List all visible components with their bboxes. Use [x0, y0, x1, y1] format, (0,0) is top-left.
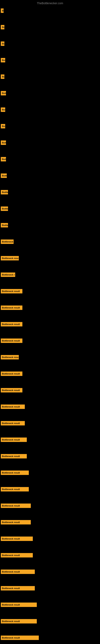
list-item: Bottleneck result	[0, 305, 23, 311]
list-item: Bottleneck resu	[0, 354, 19, 360]
list-item: Bo	[0, 74, 5, 80]
bottleneck-result-badge: Bott	[1, 157, 6, 162]
bottleneck-result-badge: Bottleneck result	[1, 289, 22, 294]
list-item: B	[0, 8, 4, 14]
bottleneck-result-badge: Bottleneck result	[1, 421, 25, 426]
list-item: Bottleneck result	[0, 536, 33, 542]
bottleneck-result-badge: Bott	[1, 91, 6, 96]
bottleneck-result-badge: Bottleneck result	[1, 636, 39, 640]
bottleneck-result-badge: Bottleneck result	[1, 470, 29, 475]
list-item: Bottleneck r	[0, 272, 16, 278]
list-item: Bottleneck result	[0, 602, 37, 608]
list-item: Bo	[0, 24, 5, 30]
list-item: Bottleneck resu	[0, 255, 19, 261]
bottleneck-result-badge: Bottleneck result	[1, 553, 33, 558]
bottleneck-result-badge: Bottleneck result	[1, 322, 22, 326]
list-item: Bottleneck result	[0, 519, 31, 525]
list-item: Bottleneck result	[0, 288, 23, 294]
bottleneck-result-badge: Bottleneck result	[1, 372, 22, 376]
list-item: Bot	[0, 57, 6, 63]
bottleneck-result-badge: Bottleneck result	[1, 570, 35, 574]
list-item: Bottleneck result	[0, 503, 31, 509]
list-item: Bottleneck result	[0, 486, 29, 492]
bottleneck-result-badge: Bottleneck result	[1, 619, 37, 624]
bottleneck-result-badge: Bot	[1, 58, 5, 62]
bottleneck-result-badge: Bottleneck result	[1, 602, 37, 607]
bottleneck-result-badge: Bottleneck result	[1, 536, 33, 541]
bottleneck-result-badge: Bottleneck result	[1, 306, 22, 310]
bottleneck-result-badge: Bottle	[1, 223, 8, 228]
list-item: Bottleneck result	[0, 437, 27, 443]
list-item: Bottle	[0, 222, 8, 228]
bottleneck-result-badge: Bottle	[1, 190, 8, 194]
bottleneck-result-badge: Bottleneck resu	[1, 355, 19, 360]
bottleneck-result-badge: Bottleneck result	[1, 388, 22, 392]
list-item: Bottleneck result	[0, 552, 33, 558]
list-item: Bottleneck result	[0, 338, 23, 344]
list-item: Bottleneck result	[0, 470, 29, 476]
list-item: Bottleneck result	[0, 371, 23, 377]
bottleneck-result-badge: B	[1, 8, 3, 13]
list-item: Bottleneck result	[0, 585, 35, 591]
list-item: Bottleneck result	[0, 618, 37, 624]
bottleneck-result-badge: Bottleneck result	[1, 520, 31, 524]
list-item: Bot	[0, 107, 6, 113]
list-item: Bot	[0, 123, 6, 129]
bottleneck-result-badge: Bottleneck resu	[1, 256, 19, 260]
bottleneck-result-badge: Bot	[1, 124, 5, 128]
bottleneck-result-badge: Bottleneck result	[1, 404, 25, 409]
bottleneck-result-badge: Bottleneck result	[1, 338, 22, 343]
list-item: Bottleneck	[0, 239, 14, 245]
list-item: Bott	[0, 140, 6, 146]
bottleneck-result-badge: Bo	[1, 42, 4, 46]
bottleneck-result-badge: Bottleneck result	[1, 454, 27, 458]
site-title: TheBottlenecker.com	[0, 0, 100, 6]
bottleneck-result-badge: Bottle	[1, 206, 8, 211]
list-item: Bottleneck result	[0, 404, 25, 410]
bottleneck-result-badge: Bottleneck	[1, 240, 14, 244]
list-item: Bottleneck result	[0, 453, 27, 459]
bottleneck-result-badge: Bottleneck result	[1, 586, 35, 590]
list-item: Bottleneck result	[0, 420, 25, 426]
list-item: Bottleneck result	[0, 635, 39, 641]
bottleneck-result-badge: Bot	[1, 108, 5, 112]
list-item: Bottleneck result	[0, 387, 23, 393]
bottleneck-result-badge: Bottleneck result	[1, 504, 31, 508]
bottleneck-result-badge: Bottleneck r	[1, 272, 15, 277]
list-item: Bott	[0, 90, 6, 96]
list-item: Bottle	[0, 189, 8, 195]
bottleneck-result-badge: Bo	[1, 25, 4, 30]
bottleneck-result-badge: Bottleneck result	[1, 487, 29, 492]
bottleneck-result-badge: Bottleneck result	[1, 438, 27, 442]
list-item: Bottl	[0, 173, 7, 179]
bottleneck-result-badge: Bo	[1, 74, 4, 79]
bottleneck-result-badge: Bott	[1, 140, 6, 145]
list-item: Bottleneck result	[0, 569, 35, 575]
list-item: Bottleneck result	[0, 321, 23, 327]
list-item: Bo	[0, 41, 5, 47]
list-item: Bottle	[0, 206, 8, 212]
bottleneck-result-badge: Bottl	[1, 174, 7, 178]
list-item: Bott	[0, 156, 6, 162]
